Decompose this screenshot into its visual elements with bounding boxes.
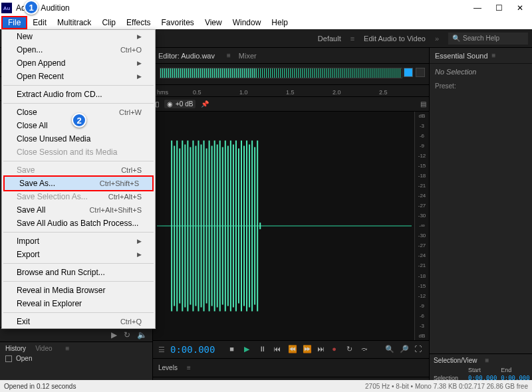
panel-title: Essential Sound	[435, 52, 488, 60]
navigator[interactable]	[153, 64, 429, 85]
menu-item-label: Import	[17, 237, 39, 246]
menu-item-extract-audio-from-cd[interactable]: Extract Audio from CD...	[2, 88, 155, 101]
title-bar: Au Adobe Audition — ☐ ✕	[0, 0, 532, 16]
menu-item-open-append[interactable]: Open Append▶	[2, 56, 155, 70]
sv-menu-icon[interactable]: ≡	[485, 357, 489, 364]
menu-item-open[interactable]: Open...Ctrl+O	[2, 43, 155, 56]
menu-item-close-session-and-its-media: Close Session and its Media	[2, 146, 155, 159]
hud-pin-icon[interactable]: 📌	[201, 100, 209, 108]
menu-edit[interactable]: Edit	[27, 16, 52, 29]
hud-db-value: +0 dB	[176, 100, 193, 108]
transport-ffw-button[interactable]: ⏩	[303, 345, 312, 354]
tab-history[interactable]: History	[5, 345, 26, 352]
close-button[interactable]: ✕	[509, 1, 531, 15]
menu-item-save: SaveCtrl+S	[2, 163, 155, 177]
menu-item-new[interactable]: New▶	[2, 30, 155, 43]
transport-prev-button[interactable]: ⏮	[273, 345, 283, 354]
search-placeholder: Search Help	[463, 35, 499, 42]
menu-item-open-recent[interactable]: Open Recent▶	[2, 70, 155, 83]
nav-channel-icon[interactable]	[404, 68, 413, 77]
menu-multitrack[interactable]: Multitrack	[52, 16, 96, 29]
menu-item-save-all[interactable]: Save AllCtrl+Alt+Shift+S	[2, 203, 155, 217]
db-label: -∞	[415, 223, 429, 229]
menu-item-reveal-in-explorer[interactable]: Reveal in Explorer	[2, 297, 155, 310]
record-button[interactable]: ●	[332, 345, 341, 354]
loop-button[interactable]: ↻	[346, 345, 356, 354]
menu-view[interactable]: View	[200, 16, 227, 29]
menu-item-close-unused-media[interactable]: Close Unused Media	[2, 132, 155, 146]
tab-editor[interactable]: Editor: Audio.wav	[158, 52, 215, 60]
menu-item-import[interactable]: Import▶	[2, 235, 155, 248]
zoom-out-icon[interactable]: 🔎	[400, 345, 409, 354]
db-label: -30	[415, 213, 429, 219]
menu-item-exit[interactable]: ExitCtrl+Q	[2, 315, 155, 328]
hud-row: ◧ ◉ +0 dB 📌 ▤	[153, 97, 429, 112]
search-icon: 🔍	[452, 35, 460, 42]
menu-file[interactable]: File	[1, 16, 27, 29]
zoom-fit-icon[interactable]: ⛶	[414, 345, 424, 354]
menu-item-label: Close Unused Media	[17, 134, 90, 144]
transport-next-button[interactable]: ⏭	[317, 345, 327, 354]
panel-menu-icon[interactable]: ≡	[66, 345, 70, 352]
play-icon[interactable]: ▶	[111, 330, 117, 340]
mute-icon[interactable]: 🔈	[137, 330, 147, 340]
menu-item-save-as[interactable]: Save As...Ctrl+Shift+S	[5, 177, 152, 190]
tab-menu-icon[interactable]: ≡	[227, 52, 231, 59]
hud-spectral-icon[interactable]: ▤	[420, 100, 426, 108]
preset-row[interactable]: Preset:	[430, 80, 532, 92]
menu-favorites[interactable]: Favorites	[156, 16, 200, 29]
workspace-more-icon[interactable]: »	[435, 35, 439, 43]
waveform-area[interactable]: dB -3 -6 -9 -12 -15 -18 -21 -24 -27 -30 …	[153, 112, 429, 340]
time-ruler[interactable]: hms 0.5 1.0 1.5 2.0 2.5	[153, 85, 429, 97]
db-label: -12	[415, 293, 429, 299]
menu-item-label: Save Selection As...	[17, 192, 88, 201]
workspace-menu-icon[interactable]: ≡	[350, 35, 354, 43]
db-label: -24	[415, 252, 429, 258]
workspace-default[interactable]: Default	[318, 35, 341, 43]
menu-bar: File Edit Multitrack Clip Effects Favori…	[0, 16, 532, 29]
play-button[interactable]: ▶	[244, 345, 253, 354]
stop-button[interactable]: ■	[229, 345, 239, 354]
navigator-waveform[interactable]	[160, 68, 402, 78]
db-label: dB	[415, 113, 429, 119]
menu-item-save-all-audio-as-batch-process[interactable]: Save All Audio as Batch Process...	[2, 217, 155, 230]
waveform-display[interactable]	[157, 114, 412, 338]
search-help[interactable]: 🔍 Search Help	[448, 33, 528, 45]
minimize-button[interactable]: —	[467, 1, 488, 15]
workspace-task[interactable]: Edit Audio to Video	[364, 35, 426, 43]
sv-title: Selection/View	[434, 357, 477, 364]
db-label: -15	[415, 163, 429, 169]
nav-settings-icon[interactable]	[416, 68, 425, 77]
ruler-tick: 1.0	[239, 89, 248, 96]
pause-button[interactable]: ⏸	[259, 345, 268, 354]
levels-menu-icon[interactable]: ≡	[187, 364, 191, 371]
zoom-in-icon[interactable]: 🔍	[385, 345, 394, 354]
menu-help[interactable]: Help	[266, 16, 293, 29]
menu-effects[interactable]: Effects	[121, 16, 156, 29]
maximize-button[interactable]: ☐	[488, 1, 509, 15]
history-item-open[interactable]: Open	[5, 355, 147, 362]
tab-video[interactable]: Video	[35, 345, 52, 352]
ruler-tick: 1.5	[286, 89, 295, 96]
menu-window[interactable]: Window	[227, 16, 267, 29]
skip-button[interactable]: ⤼	[361, 345, 370, 354]
menu-shortcut: Ctrl+S	[121, 166, 142, 174]
loop-icon[interactable]: ↻	[124, 330, 130, 340]
hud-volume[interactable]: ◉ +0 dB	[164, 100, 196, 108]
submenu-arrow-icon: ▶	[137, 73, 142, 80]
menu-item-browse-and-run-script[interactable]: Browse and Run Script...	[2, 266, 155, 279]
transport-rew-button[interactable]: ⏪	[288, 345, 297, 354]
menu-clip[interactable]: Clip	[96, 16, 121, 29]
menu-item-label: Export	[17, 250, 40, 259]
essential-sound-panel: Essential Sound ≡ No Selection Preset: S…	[429, 48, 532, 392]
annotation-2: 2	[72, 113, 86, 128]
timecode-menu-icon[interactable]: ☰	[158, 345, 165, 354]
menu-item-label: Save All	[17, 205, 45, 215]
menu-item-label: Open Recent	[17, 72, 64, 81]
timecode-display[interactable]: 0:00.000	[170, 344, 215, 355]
annotation-1: 1	[24, 0, 39, 15]
menu-item-reveal-in-media-browser[interactable]: Reveal in Media Browser	[2, 284, 155, 297]
tab-mixer[interactable]: Mixer	[239, 52, 257, 60]
panel-menu-icon[interactable]: ≡	[492, 52, 496, 59]
menu-item-export[interactable]: Export▶	[2, 248, 155, 261]
